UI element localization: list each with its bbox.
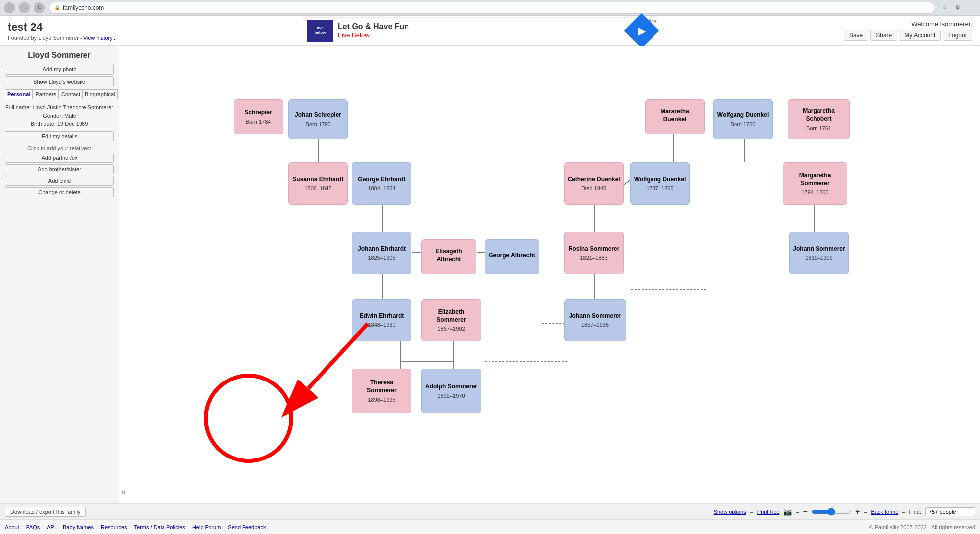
extensions-icon[interactable]: ⚙ [952,2,963,13]
toolbar-center: Show options – Print tree 📷 – − + – Back… [714,507,975,516]
person-margaretha-schobert[interactable]: Margaretha Schobert Born 1761 [788,99,850,139]
header-right: Welcome lsommerer. Save Share My Account… [844,20,972,41]
footer: About FAQs API Baby Names Resources Term… [0,519,980,534]
main-layout: Lloyd Sommerer Add my photo Show Lloyd's… [0,46,980,503]
birth-row: Birth date: 19 Dec 1969 [5,120,114,128]
ad-text: Let Go & Have Fun Five Below [338,22,624,39]
browser-chrome: ← → ↻ 🔒 familyecho.com ☆ ⚙ ⋮ [0,0,980,16]
footer-terms[interactable]: Terms / Data Policies [134,524,185,530]
account-button[interactable]: My Account [899,30,941,41]
zoom-slider[interactable] [812,508,851,516]
sidebar-tabs: Personal Partners Contact Biographical [5,89,114,99]
person-mararetha-duenkel[interactable]: Mararetha Duenkel [645,99,705,134]
person-schrepier[interactable]: Schrepier Born 1784 [234,99,283,134]
add-sibling-button[interactable]: Add brother/sister [5,164,114,174]
zoom-in-button[interactable]: + [855,507,860,516]
welcome-text: Welcome lsommerer. [911,20,972,28]
url-bar[interactable]: 🔒 familyecho.com [49,2,935,14]
person-rosina-sommerer[interactable]: Rosina Sommerer 1821–1883 [564,232,624,274]
show-website-button[interactable]: Show Lloyd's website [5,76,114,87]
browser-action-buttons: ☆ ⚙ ⋮ [939,2,976,13]
person-elisageth-albrecht[interactable]: Elisageth Albrecht [421,239,476,274]
ad-brand: Let Go & Have Fun [338,22,624,31]
person-name: Lloyd Sommerer [5,51,114,60]
full-name-row: Full name: Lloyd Justin Theodore Sommere… [5,103,114,112]
person-wolfgang-duenkel2[interactable]: Wolfgang Duenkel 1787–1865 [630,162,690,205]
footer-api[interactable]: API [47,524,56,530]
person-susanna-ehrhardt[interactable]: Susanna Ehrhardt 1806–1845 [288,162,348,205]
change-delete-button[interactable]: Change or delete [5,187,114,197]
person-margaretha-sommerer[interactable]: Margaretha Sommerer 1794–1860 [783,162,847,205]
sidebar-info: Full name: Lloyd Justin Theodore Sommere… [5,103,114,128]
back-to-me-link[interactable]: Back to me [871,509,898,515]
footer-copyright: © Familiality 2007-2022 - All rights res… [869,524,975,530]
dash2: – [796,509,799,515]
person-wolfgang-duenkel[interactable]: Wolfgang Duenkel Born 1760 [713,99,773,139]
reload-button[interactable]: ↻ [34,2,45,13]
edit-details-button[interactable]: Edit my details [5,131,114,141]
footer-help-forum[interactable]: Help Forum [192,524,221,530]
zoom-out-button[interactable]: − [803,507,808,516]
person-theresa-sommerer[interactable]: Theresa Sommerer 1898–1995 [352,369,411,413]
tab-contact[interactable]: Contact [59,89,82,99]
footer-faqs[interactable]: FAQs [26,524,40,530]
dash3: – [864,509,867,515]
menu-icon[interactable]: ⋮ [965,2,976,13]
footer-baby-names[interactable]: Baby Names [63,524,94,530]
app-title: test 24 [8,21,117,34]
person-elizabeth-sommerer[interactable]: Elizabeth Sommerer 1867–1902 [421,299,481,341]
ad-logo: fivebelow [307,20,333,42]
person-adolph-sommerer[interactable]: Adolph Sommerer 1892–1970 [421,369,481,413]
url-text: familyecho.com [63,4,104,11]
app-subtitle: Founded by Lloyd Sommerer - View history… [8,35,117,41]
find-label: Find: [909,509,921,515]
dash1: – [750,509,753,515]
person-edwin-ehrhardt[interactable]: Edwin Ehrhardt 1848–1930 [352,299,411,341]
relative-buttons: Add partner/ex Add brother/sister Add ch… [5,153,114,197]
bookmark-icon[interactable]: ☆ [939,2,950,13]
header-buttons: Save Share My Account Logout [844,30,972,41]
app-header: test 24 Founded by Lloyd Sommerer - View… [0,16,980,46]
family-tree-area[interactable]: Schrepier Born 1784 Johan Schrepier Born… [119,46,980,503]
tab-personal[interactable]: Personal [5,89,33,99]
sidebar: Lloyd Sommerer Add my photo Show Lloyd's… [0,46,119,503]
zoom-minus-icon[interactable]: 📷 [783,508,792,516]
footer-about[interactable]: About [5,524,19,530]
find-input[interactable] [925,507,975,516]
person-johann-ehrhardt[interactable]: Johann Ehrhardt 1825–1905 [352,232,411,274]
person-johann-sommerer-1819[interactable]: Johann Sommerer 1819–1909 [789,232,849,274]
share-button[interactable]: Share [870,30,897,41]
person-george-albrecht[interactable]: George Albrecht [485,239,539,274]
show-options-link[interactable]: Show options [714,509,746,515]
footer-send-feedback[interactable]: Send Feedback [228,524,266,530]
ad-banner: Hide: fivebelow Let Go & Have Fun Five B… [302,17,659,44]
save-button[interactable]: Save [844,30,868,41]
download-export-button[interactable]: Download / export this family [5,507,86,517]
print-tree-link[interactable]: Print tree [757,509,780,515]
add-photo-button[interactable]: Add my photo [5,64,114,75]
dash4: – [902,509,905,515]
person-george-ehrhardt[interactable]: George Ehrhardt 1804–1854 [352,162,411,205]
left-scroll-indicator[interactable]: « [121,487,126,497]
ad-area: Hide: fivebelow Let Go & Have Fun Five B… [117,17,844,44]
person-johann-sommerer-1857[interactable]: Johann Sommerer 1857–1935 [564,299,626,341]
add-child-button[interactable]: Add child [5,176,114,186]
lock-icon: 🔒 [54,5,60,10]
tab-biographical[interactable]: Biographical [82,89,118,99]
footer-resources[interactable]: Resources [101,524,127,530]
tab-partners[interactable]: Partners [33,89,59,99]
logout-button[interactable]: Logout [943,30,972,41]
forward-button[interactable]: → [19,2,30,13]
ad-tagline: Five Below [338,31,624,39]
bottom-toolbar: Download / export this family Show optio… [0,503,980,519]
view-history-link[interactable]: View history... [83,35,117,41]
gender-row: Gender: Male [5,112,114,120]
person-johan-schrepier[interactable]: Johan Schrepier Born 1790 [288,99,348,139]
add-relatives-title: Click to add your relatives: [5,145,114,151]
back-button[interactable]: ← [4,2,15,13]
person-catherine-duenkel[interactable]: Catherine Duenkel Died 1840 [564,162,624,205]
add-partner-button[interactable]: Add partner/ex [5,153,114,163]
